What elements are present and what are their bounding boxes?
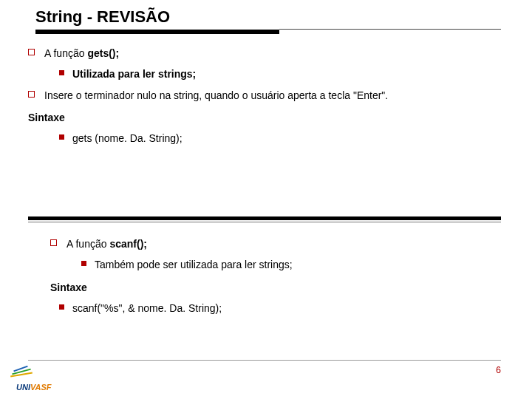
syntax-label-bottom: Sintaxe bbox=[50, 280, 501, 295]
slide-container: String - REVISÃO A função gets(); Utiliz… bbox=[0, 0, 532, 399]
bullet-open-icon bbox=[28, 49, 35, 55]
bullet-open-icon bbox=[28, 91, 35, 98]
mid-divider-thick bbox=[28, 216, 501, 220]
text-usage: Também pode ser utilizada para ler strin… bbox=[95, 259, 293, 270]
mid-divider-shadow bbox=[28, 222, 501, 222]
page-number: 6 bbox=[496, 365, 501, 375]
bullet-fill-icon bbox=[59, 134, 64, 140]
title-underline-thin bbox=[279, 29, 501, 30]
item-syntax-code-bottom: scanf("%s", & nome. Da. String); bbox=[50, 301, 501, 316]
logo-text: UNIVASF bbox=[16, 383, 51, 392]
item-insert-desc: Insere o terminador nulo na string, quan… bbox=[28, 88, 501, 103]
item-gets-func: A função gets(); bbox=[28, 46, 501, 61]
item-syntax-code-top: gets (nome. Da. String); bbox=[28, 131, 501, 146]
item-scanf-func: A função scanf(); bbox=[50, 236, 501, 251]
bullet-fill-icon bbox=[59, 70, 64, 75]
text-func-prefix: A função bbox=[44, 47, 87, 59]
body-top: A função gets(); Utilizada para ler stri… bbox=[28, 46, 501, 151]
text-func-name: scanf(); bbox=[109, 238, 147, 250]
text-insert-desc: Insere o terminador nulo na string, quan… bbox=[44, 89, 388, 101]
logo-text-b: VASF bbox=[30, 383, 52, 392]
syntax-label-top: Sintaxe bbox=[28, 110, 501, 125]
title-underline-thick bbox=[35, 30, 279, 34]
body-bottom: A função scanf(); Também pode ser utiliz… bbox=[50, 236, 501, 321]
bullet-fill-icon bbox=[81, 261, 86, 266]
logo-text-a: UNI bbox=[16, 383, 30, 392]
slide-title: String - REVISÃO bbox=[35, 7, 170, 27]
text-func-prefix: A função bbox=[66, 238, 109, 250]
bullet-fill-icon bbox=[59, 304, 64, 310]
footer-divider bbox=[28, 360, 501, 361]
item-usage: Utilizada para ler strings; bbox=[28, 66, 501, 81]
text-usage: Utilizada para ler strings; bbox=[72, 68, 196, 80]
item-usage-bottom: Também pode ser utilizada para ler strin… bbox=[50, 257, 501, 272]
bullet-open-icon bbox=[50, 239, 57, 246]
text-func-name: gets(); bbox=[87, 47, 119, 59]
logo-univasf: UNIVASF bbox=[9, 366, 62, 392]
text-syntax-code: gets (nome. Da. String); bbox=[72, 132, 183, 144]
text-syntax-code: scanf("%s", & nome. Da. String); bbox=[72, 302, 222, 314]
